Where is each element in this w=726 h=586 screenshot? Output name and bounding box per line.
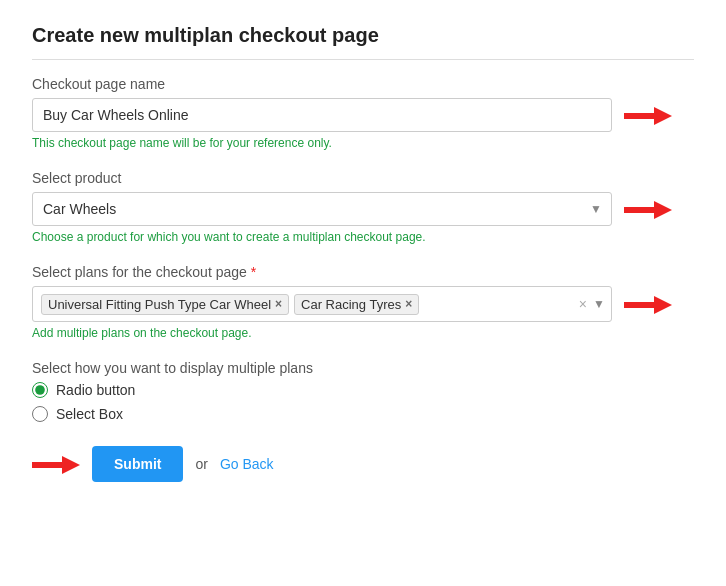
select-product-section: Select product Car Wheels Car Racing Tyr… <box>32 170 694 244</box>
page-title: Create new multiplan checkout page <box>32 24 694 60</box>
plans-tags-input[interactable]: Universal Fitting Push Type Car Wheel × … <box>32 286 612 322</box>
tags-chevron-icon[interactable]: ▼ <box>593 297 605 311</box>
or-text: or <box>195 456 207 472</box>
svg-rect-0 <box>624 113 656 119</box>
tag-universal-remove[interactable]: × <box>275 298 282 310</box>
svg-rect-2 <box>624 207 656 213</box>
svg-rect-4 <box>624 302 656 308</box>
checkout-name-input[interactable] <box>32 98 612 132</box>
select-product-hint: Choose a product for which you want to c… <box>32 230 694 244</box>
arrow-indicator-plans <box>624 294 672 314</box>
checkout-name-section: Checkout page name This checkout page na… <box>32 76 694 150</box>
checkout-name-label: Checkout page name <box>32 76 694 92</box>
tag-cartyres-remove[interactable]: × <box>405 298 412 310</box>
select-product-label: Select product <box>32 170 694 186</box>
svg-marker-1 <box>654 107 672 125</box>
radio-label-select: Select Box <box>56 406 123 422</box>
checkout-name-hint: This checkout page name will be for your… <box>32 136 694 150</box>
product-select[interactable]: Car Wheels Car Racing Tyres <box>32 192 612 226</box>
go-back-link[interactable]: Go Back <box>220 456 274 472</box>
tag-cartyres-label: Car Racing Tyres <box>301 297 401 312</box>
display-option-section: Select how you want to display multiple … <box>32 360 694 422</box>
display-radio-group: Radio button Select Box <box>32 382 694 422</box>
radio-input-radio[interactable] <box>32 382 48 398</box>
radio-item-radio[interactable]: Radio button <box>32 382 694 398</box>
arrow-indicator-submit <box>32 454 80 474</box>
tag-universal-label: Universal Fitting Push Type Car Wheel <box>48 297 271 312</box>
select-plans-label: Select plans for the checkout page * <box>32 264 694 280</box>
submit-area: Submit or Go Back <box>32 446 694 482</box>
select-plans-section: Select plans for the checkout page * Uni… <box>32 264 694 340</box>
select-plans-hint: Add multiple plans on the checkout page. <box>32 326 694 340</box>
tag-cartyres: Car Racing Tyres × <box>294 294 419 315</box>
display-option-label: Select how you want to display multiple … <box>32 360 694 376</box>
arrow-indicator-product <box>624 199 672 219</box>
arrow-indicator-name <box>624 105 672 125</box>
svg-marker-5 <box>654 296 672 314</box>
radio-input-select[interactable] <box>32 406 48 422</box>
product-select-wrapper: Car Wheels Car Racing Tyres ▼ <box>32 192 612 226</box>
tags-clear-icon[interactable]: × <box>579 296 587 312</box>
radio-label-radio: Radio button <box>56 382 135 398</box>
tag-universal: Universal Fitting Push Type Car Wheel × <box>41 294 289 315</box>
svg-marker-3 <box>654 201 672 219</box>
submit-button[interactable]: Submit <box>92 446 183 482</box>
required-star: * <box>251 264 256 280</box>
radio-item-select[interactable]: Select Box <box>32 406 694 422</box>
svg-marker-7 <box>62 456 80 474</box>
svg-rect-6 <box>32 462 64 468</box>
